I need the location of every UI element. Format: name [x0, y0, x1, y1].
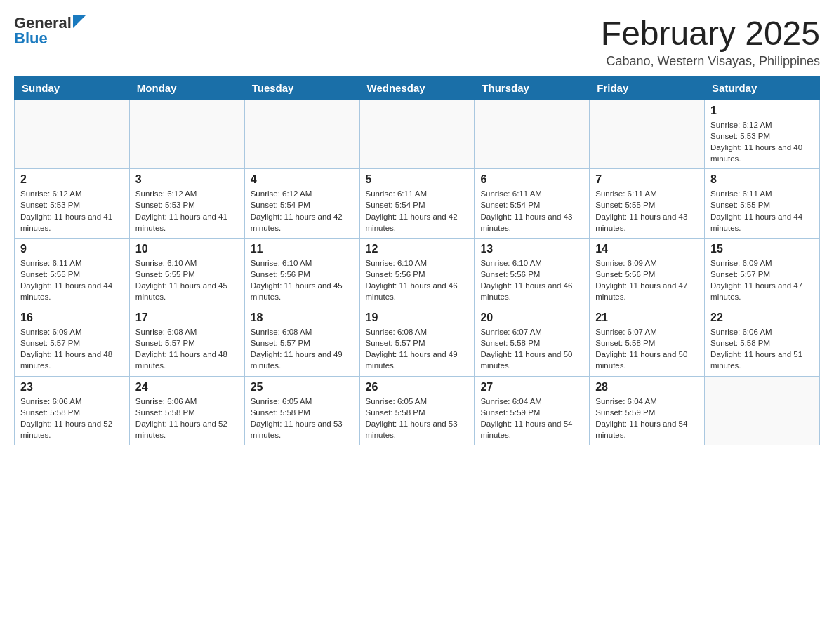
- day-info: Sunrise: 6:04 AMSunset: 5:59 PMDaylight:…: [595, 396, 699, 441]
- calendar-cell: 12Sunrise: 6:10 AMSunset: 5:56 PMDayligh…: [359, 238, 475, 307]
- day-info: Sunrise: 6:06 AMSunset: 5:58 PMDaylight:…: [135, 396, 239, 441]
- day-info: Sunrise: 6:10 AMSunset: 5:56 PMDaylight:…: [366, 257, 469, 302]
- calendar-cell: [244, 100, 359, 169]
- day-number: 25: [251, 381, 354, 394]
- calendar-cell: 28Sunrise: 6:04 AMSunset: 5:59 PMDayligh…: [590, 376, 705, 445]
- day-info: Sunrise: 6:08 AMSunset: 5:57 PMDaylight:…: [135, 326, 239, 371]
- day-info: Sunrise: 6:11 AMSunset: 5:55 PMDaylight:…: [710, 188, 814, 233]
- day-number: 3: [135, 173, 239, 186]
- weekday-header: Monday: [129, 76, 244, 100]
- day-number: 16: [20, 311, 124, 324]
- calendar-cell: 3Sunrise: 6:12 AMSunset: 5:53 PMDaylight…: [129, 169, 244, 238]
- day-info: Sunrise: 6:08 AMSunset: 5:57 PMDaylight:…: [251, 326, 354, 371]
- day-number: 9: [20, 243, 124, 255]
- day-number: 23: [20, 381, 124, 394]
- calendar-cell: 8Sunrise: 6:11 AMSunset: 5:55 PMDaylight…: [705, 169, 820, 238]
- day-info: Sunrise: 6:11 AMSunset: 5:55 PMDaylight:…: [20, 257, 124, 302]
- calendar-cell: 17Sunrise: 6:08 AMSunset: 5:57 PMDayligh…: [129, 307, 244, 376]
- weekday-header: Friday: [590, 76, 705, 100]
- day-info: Sunrise: 6:08 AMSunset: 5:57 PMDaylight:…: [366, 326, 469, 371]
- logo-blue-text: Blue: [14, 29, 86, 48]
- weekday-header: Sunday: [15, 76, 130, 100]
- day-info: Sunrise: 6:10 AMSunset: 5:55 PMDaylight:…: [135, 257, 239, 302]
- day-number: 8: [710, 173, 814, 186]
- calendar-cell: [475, 100, 590, 169]
- day-number: 28: [595, 381, 699, 394]
- day-number: 7: [595, 173, 699, 186]
- day-number: 21: [595, 311, 699, 324]
- calendar-cell: 25Sunrise: 6:05 AMSunset: 5:58 PMDayligh…: [244, 376, 359, 445]
- calendar-cell: 1Sunrise: 6:12 AMSunset: 5:53 PMDaylight…: [705, 100, 820, 169]
- day-info: Sunrise: 6:04 AMSunset: 5:59 PMDaylight:…: [480, 396, 583, 441]
- calendar-cell: [359, 100, 475, 169]
- day-number: 6: [480, 173, 583, 186]
- day-info: Sunrise: 6:12 AMSunset: 5:54 PMDaylight:…: [251, 188, 354, 233]
- day-number: 24: [135, 381, 239, 394]
- day-info: Sunrise: 6:11 AMSunset: 5:55 PMDaylight:…: [595, 188, 699, 233]
- calendar-week-row: 23Sunrise: 6:06 AMSunset: 5:58 PMDayligh…: [15, 376, 820, 445]
- calendar-cell: 6Sunrise: 6:11 AMSunset: 5:54 PMDaylight…: [475, 169, 590, 238]
- day-number: 14: [595, 243, 699, 255]
- day-number: 26: [366, 381, 469, 394]
- calendar-table: SundayMondayTuesdayWednesdayThursdayFrid…: [14, 76, 820, 445]
- day-number: 4: [251, 173, 354, 186]
- day-number: 17: [135, 311, 239, 324]
- calendar-cell: 15Sunrise: 6:09 AMSunset: 5:57 PMDayligh…: [705, 238, 820, 307]
- month-title: February 2025: [601, 14, 820, 53]
- day-info: Sunrise: 6:09 AMSunset: 5:57 PMDaylight:…: [20, 326, 124, 371]
- weekday-header: Thursday: [475, 76, 590, 100]
- calendar-cell: [129, 100, 244, 169]
- day-number: 22: [710, 311, 814, 324]
- weekday-header: Wednesday: [359, 76, 475, 100]
- day-info: Sunrise: 6:09 AMSunset: 5:56 PMDaylight:…: [595, 257, 699, 302]
- day-number: 11: [251, 243, 354, 255]
- day-number: 13: [480, 243, 583, 255]
- day-number: 10: [135, 243, 239, 255]
- calendar-cell: 5Sunrise: 6:11 AMSunset: 5:54 PMDaylight…: [359, 169, 475, 238]
- day-info: Sunrise: 6:11 AMSunset: 5:54 PMDaylight:…: [480, 188, 583, 233]
- calendar-cell: 19Sunrise: 6:08 AMSunset: 5:57 PMDayligh…: [359, 307, 475, 376]
- logo-arrow-icon: [73, 15, 86, 28]
- title-block: February 2025 Cabano, Western Visayas, P…: [601, 14, 820, 69]
- calendar-body: 1Sunrise: 6:12 AMSunset: 5:53 PMDaylight…: [15, 100, 820, 445]
- day-info: Sunrise: 6:05 AMSunset: 5:58 PMDaylight:…: [366, 396, 469, 441]
- day-info: Sunrise: 6:11 AMSunset: 5:54 PMDaylight:…: [366, 188, 469, 233]
- weekday-header: Saturday: [705, 76, 820, 100]
- calendar-cell: 10Sunrise: 6:10 AMSunset: 5:55 PMDayligh…: [129, 238, 244, 307]
- calendar-week-row: 9Sunrise: 6:11 AMSunset: 5:55 PMDaylight…: [15, 238, 820, 307]
- day-info: Sunrise: 6:07 AMSunset: 5:58 PMDaylight:…: [595, 326, 699, 371]
- weekday-row: SundayMondayTuesdayWednesdayThursdayFrid…: [15, 76, 820, 100]
- day-number: 20: [480, 311, 583, 324]
- calendar-cell: 18Sunrise: 6:08 AMSunset: 5:57 PMDayligh…: [244, 307, 359, 376]
- calendar-cell: 7Sunrise: 6:11 AMSunset: 5:55 PMDaylight…: [590, 169, 705, 238]
- day-info: Sunrise: 6:10 AMSunset: 5:56 PMDaylight:…: [251, 257, 354, 302]
- day-number: 19: [366, 311, 469, 324]
- calendar-cell: 11Sunrise: 6:10 AMSunset: 5:56 PMDayligh…: [244, 238, 359, 307]
- calendar-cell: 14Sunrise: 6:09 AMSunset: 5:56 PMDayligh…: [590, 238, 705, 307]
- calendar-cell: 24Sunrise: 6:06 AMSunset: 5:58 PMDayligh…: [129, 376, 244, 445]
- calendar-cell: [590, 100, 705, 169]
- location-subtitle: Cabano, Western Visayas, Philippines: [601, 54, 820, 69]
- calendar-cell: [15, 100, 130, 169]
- day-info: Sunrise: 6:12 AMSunset: 5:53 PMDaylight:…: [135, 188, 239, 233]
- day-number: 1: [710, 105, 814, 117]
- calendar-week-row: 16Sunrise: 6:09 AMSunset: 5:57 PMDayligh…: [15, 307, 820, 376]
- calendar-cell: 13Sunrise: 6:10 AMSunset: 5:56 PMDayligh…: [475, 238, 590, 307]
- day-number: 27: [480, 381, 583, 394]
- calendar-cell: [705, 376, 820, 445]
- weekday-header: Tuesday: [244, 76, 359, 100]
- day-number: 15: [710, 243, 814, 255]
- calendar-cell: 27Sunrise: 6:04 AMSunset: 5:59 PMDayligh…: [475, 376, 590, 445]
- day-number: 5: [366, 173, 469, 186]
- calendar-cell: 20Sunrise: 6:07 AMSunset: 5:58 PMDayligh…: [475, 307, 590, 376]
- day-info: Sunrise: 6:06 AMSunset: 5:58 PMDaylight:…: [710, 326, 814, 371]
- day-info: Sunrise: 6:12 AMSunset: 5:53 PMDaylight:…: [20, 188, 124, 233]
- day-info: Sunrise: 6:10 AMSunset: 5:56 PMDaylight:…: [480, 257, 583, 302]
- day-number: 12: [366, 243, 469, 255]
- calendar-header: SundayMondayTuesdayWednesdayThursdayFrid…: [15, 76, 820, 100]
- day-info: Sunrise: 6:06 AMSunset: 5:58 PMDaylight:…: [20, 396, 124, 441]
- calendar-cell: 9Sunrise: 6:11 AMSunset: 5:55 PMDaylight…: [15, 238, 130, 307]
- calendar-cell: 21Sunrise: 6:07 AMSunset: 5:58 PMDayligh…: [590, 307, 705, 376]
- day-info: Sunrise: 6:12 AMSunset: 5:53 PMDaylight:…: [710, 119, 814, 164]
- calendar-cell: 23Sunrise: 6:06 AMSunset: 5:58 PMDayligh…: [15, 376, 130, 445]
